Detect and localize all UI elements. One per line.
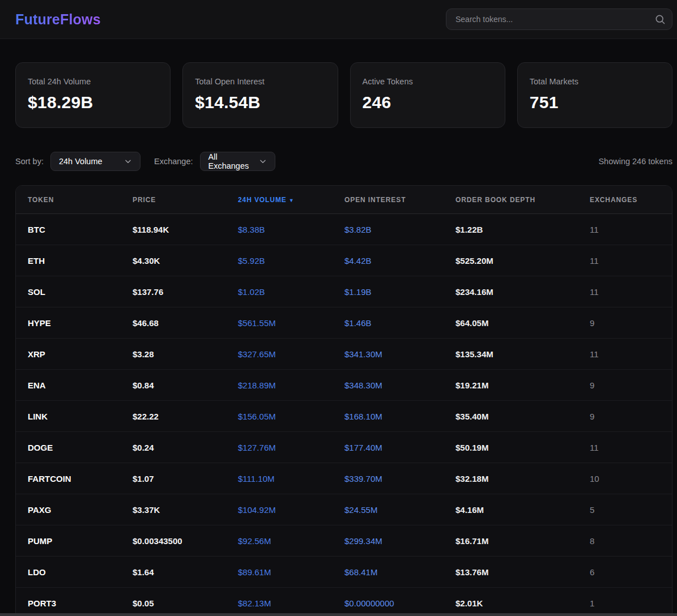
token-24h-volume: $127.76M: [238, 443, 344, 452]
token-price: $1.64: [133, 567, 238, 577]
token-symbol: SOL: [28, 287, 133, 297]
table-row[interactable]: LINK $22.22 $156.05M $168.10M $35.40M 9: [16, 401, 672, 432]
token-symbol: DOGE: [28, 443, 133, 452]
token-exchanges: 8: [590, 536, 672, 546]
sort-select[interactable]: 24h Volume: [50, 152, 140, 171]
column-header-exchanges[interactable]: Exchanges: [590, 196, 672, 204]
token-price: $3.28: [133, 349, 238, 359]
token-open-interest: $24.55M: [344, 505, 455, 515]
token-exchanges: 11: [590, 287, 672, 297]
column-header-order-book-depth[interactable]: Order Book Depth: [455, 196, 590, 204]
token-24h-volume: $5.92B: [238, 256, 344, 266]
table-row[interactable]: XRP $3.28 $327.65M $341.30M $135.34M 11: [16, 339, 672, 370]
token-exchanges: 5: [590, 505, 672, 515]
stat-card-total-open-interest: Total Open Interest $14.54B: [182, 62, 338, 128]
token-symbol: ENA: [28, 380, 133, 390]
token-exchanges: 11: [590, 256, 672, 266]
chevron-down-icon: [124, 157, 132, 165]
showing-tokens-count: Showing 246 tokens: [598, 157, 672, 166]
token-open-interest: $168.10M: [344, 412, 455, 421]
table-row[interactable]: BTC $118.94K $8.38B $3.82B $1.22B 11: [16, 214, 672, 245]
token-symbol: XRP: [28, 349, 133, 359]
stat-card-active-tokens: Active Tokens 246: [350, 62, 505, 128]
token-price: $3.37K: [133, 505, 238, 515]
token-depth: $16.71M: [455, 536, 590, 546]
search-input[interactable]: [446, 8, 672, 30]
table-row[interactable]: LDO $1.64 $89.61M $68.41M $13.76M 6: [16, 557, 672, 588]
token-price: $4.30K: [133, 256, 238, 266]
column-header-24h-volume[interactable]: 24h Volume▼: [238, 196, 344, 204]
sort-by-label: Sort by:: [15, 157, 44, 166]
token-24h-volume: $82.13M: [238, 598, 344, 608]
token-depth: $234.16M: [455, 287, 590, 297]
table-header-row: Token Price 24h Volume▼ Open Interest Or…: [16, 186, 672, 214]
exchange-select[interactable]: All Exchanges: [200, 152, 275, 171]
token-open-interest: $339.70M: [344, 474, 455, 484]
stat-label: Total Markets: [530, 77, 660, 86]
token-symbol: HYPE: [28, 318, 133, 328]
token-symbol: PAXG: [28, 505, 133, 515]
table-row[interactable]: ENA $0.84 $218.89M $348.30M $19.21M 9: [16, 370, 672, 401]
token-24h-volume: $104.92M: [238, 505, 344, 515]
stat-value: $18.29B: [28, 93, 158, 112]
column-header-token[interactable]: Token: [28, 196, 133, 204]
token-depth: $64.05M: [455, 318, 590, 328]
token-price: $22.22: [133, 412, 238, 421]
token-24h-volume: $1.02B: [238, 287, 344, 297]
token-exchanges: 9: [590, 318, 672, 328]
token-24h-volume: $327.65M: [238, 349, 344, 359]
token-price: $1.07: [133, 474, 238, 484]
token-price: $0.00343500: [133, 536, 238, 546]
filters-row: Sort by: 24h Volume Exchange: All Exchan…: [15, 152, 672, 171]
column-header-price[interactable]: Price: [133, 196, 238, 204]
token-open-interest: $4.42B: [344, 256, 455, 266]
token-24h-volume: $111.10M: [238, 474, 344, 484]
token-exchanges: 10: [590, 474, 672, 484]
token-depth: $32.18M: [455, 474, 590, 484]
token-open-interest: $1.19B: [344, 287, 455, 297]
token-24h-volume: $218.89M: [238, 380, 344, 390]
table-row[interactable]: HYPE $46.68 $561.55M $1.46B $64.05M 9: [16, 307, 672, 339]
exchange-select-value: All Exchanges: [208, 152, 253, 170]
table-row[interactable]: PORT3 $0.05 $82.13M $0.00000000 $2.01K 1: [16, 588, 672, 616]
token-exchanges: 1: [590, 598, 672, 608]
stat-value: 246: [363, 93, 493, 112]
token-depth: $19.21M: [455, 380, 590, 390]
token-exchanges: 9: [590, 412, 672, 421]
bottom-edge-strip: [0, 613, 677, 616]
table-row[interactable]: DOGE $0.24 $127.76M $177.40M $50.19M 11: [16, 432, 672, 463]
token-depth: $13.76M: [455, 567, 590, 577]
main-content: Total 24h Volume $18.29B Total Open Inte…: [15, 62, 672, 616]
stat-value: $14.54B: [195, 93, 325, 112]
token-depth: $4.16M: [455, 505, 590, 515]
table-row[interactable]: ETH $4.30K $5.92B $4.42B $525.20M 11: [16, 245, 672, 276]
token-24h-volume: $92.56M: [238, 536, 344, 546]
token-open-interest: $68.41M: [344, 567, 455, 577]
token-open-interest: $348.30M: [344, 380, 455, 390]
table-row[interactable]: FARTCOIN $1.07 $111.10M $339.70M $32.18M…: [16, 463, 672, 494]
tokens-table: Token Price 24h Volume▼ Open Interest Or…: [15, 185, 672, 616]
stat-card-total-24h-volume: Total 24h Volume $18.29B: [15, 62, 171, 128]
table-row[interactable]: PAXG $3.37K $104.92M $24.55M $4.16M 5: [16, 494, 672, 525]
token-symbol: PORT3: [28, 598, 133, 608]
exchange-label: Exchange:: [154, 157, 193, 166]
stats-row: Total 24h Volume $18.29B Total Open Inte…: [15, 62, 672, 128]
sort-descending-icon: ▼: [289, 198, 295, 203]
token-24h-volume: $89.61M: [238, 567, 344, 577]
token-24h-volume: $561.55M: [238, 318, 344, 328]
token-exchanges: 11: [590, 443, 672, 452]
token-price: $0.24: [133, 443, 238, 452]
token-depth: $35.40M: [455, 412, 590, 421]
app-logo: FutureFlows: [15, 11, 101, 28]
token-price: $0.84: [133, 380, 238, 390]
column-header-open-interest[interactable]: Open Interest: [344, 196, 455, 204]
token-price: $46.68: [133, 318, 238, 328]
token-open-interest: $299.34M: [344, 536, 455, 546]
table-row[interactable]: SOL $137.76 $1.02B $1.19B $234.16M 11: [16, 276, 672, 307]
token-symbol: BTC: [28, 225, 133, 234]
token-symbol: LINK: [28, 412, 133, 421]
token-open-interest: $1.46B: [344, 318, 455, 328]
table-row[interactable]: PUMP $0.00343500 $92.56M $299.34M $16.71…: [16, 525, 672, 557]
stat-label: Total 24h Volume: [28, 77, 158, 86]
token-price: $118.94K: [133, 225, 238, 234]
